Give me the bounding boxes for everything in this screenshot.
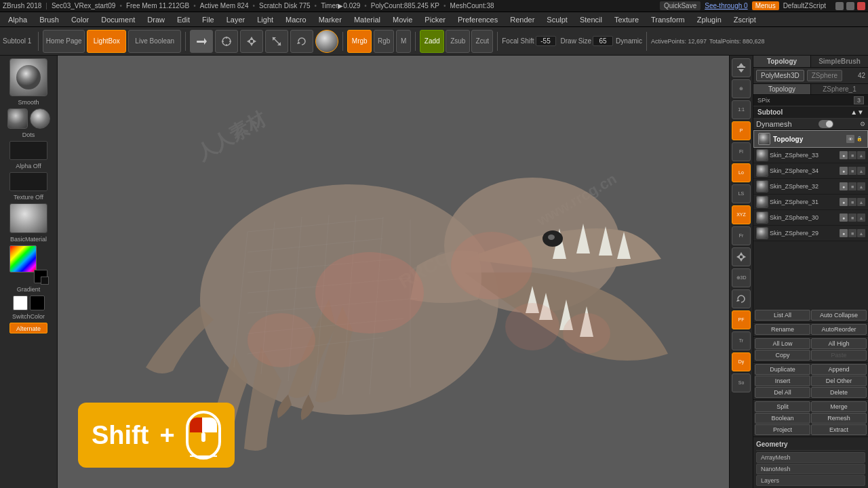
- color-swatch-2[interactable]: [30, 296, 45, 310]
- subtool-skin33[interactable]: Skin_ZSphere_33 ● ■ ▲: [753, 148, 868, 163]
- menu-preferences[interactable]: Preferences: [452, 14, 503, 25]
- si-eye-34[interactable]: ●: [840, 167, 848, 175]
- rename-btn[interactable]: Rename: [755, 324, 810, 335]
- zcut-btn[interactable]: Zcut: [471, 30, 493, 53]
- boolean-btn[interactable]: Boolean: [755, 413, 810, 424]
- si-2-31[interactable]: ■: [848, 198, 856, 206]
- insert-btn[interactable]: Insert: [755, 375, 810, 386]
- auto-reorder-btn[interactable]: AutoReorder: [811, 324, 867, 335]
- merge-btn[interactable]: Merge: [811, 401, 867, 412]
- window-controls[interactable]: [835, 2, 865, 10]
- topology-active-row[interactable]: Topology 👁 🔒: [753, 130, 868, 148]
- all-low-btn[interactable]: All Low: [755, 338, 810, 349]
- all-high-btn[interactable]: All High: [811, 338, 867, 349]
- si-2-30[interactable]: ■: [848, 214, 856, 222]
- rotate-tool[interactable]: [290, 30, 313, 53]
- si-eye-29[interactable]: ●: [840, 229, 848, 237]
- lightbox-tab[interactable]: LightBox: [87, 30, 126, 53]
- zadd-btn[interactable]: Zadd: [420, 30, 444, 53]
- focal-shift-val[interactable]: -55: [536, 36, 556, 46]
- list-all-btn[interactable]: List All: [755, 310, 810, 321]
- si-eye-31[interactable]: ●: [840, 198, 848, 206]
- menu-material[interactable]: Material: [349, 14, 386, 25]
- menu-brush[interactable]: Brush: [34, 14, 64, 25]
- zsub-btn[interactable]: Zsub: [446, 30, 470, 53]
- del-all-btn[interactable]: Del All: [755, 387, 810, 398]
- duplicate-btn[interactable]: Duplicate: [755, 364, 810, 375]
- si-3-30[interactable]: ▲: [857, 214, 865, 222]
- menu-zscript[interactable]: Zscript: [728, 14, 762, 25]
- home-tab[interactable]: Home Page: [43, 30, 85, 53]
- draw-size-val[interactable]: 65: [593, 36, 613, 46]
- spix-val[interactable]: 3: [854, 96, 864, 104]
- dynamesh-icons[interactable]: ⚙: [860, 121, 865, 127]
- si-3-33[interactable]: ▲: [857, 151, 865, 159]
- si-2-33[interactable]: ■: [848, 151, 856, 159]
- dynamic-label[interactable]: Dynamic: [616, 37, 642, 45]
- topology-subtab[interactable]: Topology: [753, 84, 811, 94]
- si-2-34[interactable]: ■: [848, 167, 856, 175]
- menu-zplugin[interactable]: Zplugin: [692, 14, 727, 25]
- menu-color[interactable]: Color: [66, 14, 94, 25]
- live-boolean-tab[interactable]: Live Boolean: [128, 30, 181, 53]
- subtool-skin29[interactable]: Skin_ZSphere_29 ● ■ ▲: [753, 226, 868, 241]
- color-swatch-1[interactable]: [13, 296, 28, 310]
- actual-btn[interactable]: 1:1: [732, 100, 751, 119]
- menu-light[interactable]: Light: [252, 14, 279, 25]
- copy-btn[interactable]: Copy: [755, 350, 810, 361]
- dynameshe-btn[interactable]: Dy: [732, 352, 751, 371]
- quicksave-btn[interactable]: QuickSave: [660, 1, 701, 10]
- auto-collapse-btn[interactable]: Auto Collapse: [811, 310, 867, 321]
- tab-topology[interactable]: Topology: [753, 56, 811, 67]
- active-brush[interactable]: [315, 30, 338, 53]
- menu-sculpt[interactable]: Sculpt: [541, 14, 573, 25]
- si-2-32[interactable]: ■: [848, 182, 856, 190]
- menu-document[interactable]: Document: [96, 14, 140, 25]
- menu-layer[interactable]: Layer: [221, 14, 251, 25]
- solo-btn[interactable]: So: [732, 373, 751, 392]
- si-3-34[interactable]: ▲: [857, 167, 865, 175]
- menu-picker[interactable]: Picker: [419, 14, 451, 25]
- lsym-btn[interactable]: LS: [732, 184, 751, 203]
- move-vp-btn[interactable]: [732, 247, 751, 266]
- subtool-skin34[interactable]: Skin_ZSphere_34 ● ■ ▲: [753, 163, 868, 179]
- menu-macro[interactable]: Macro: [280, 14, 312, 25]
- si-eye-32[interactable]: ●: [840, 182, 848, 190]
- si-3-29[interactable]: ▲: [857, 229, 865, 237]
- project-btn[interactable]: Project: [755, 424, 810, 435]
- si-eye-30[interactable]: ●: [840, 214, 848, 222]
- transp-btn[interactable]: Tr: [732, 331, 751, 350]
- zoom-btn[interactable]: ⊕: [732, 79, 751, 98]
- default-script-btn[interactable]: DefaultZScript: [783, 2, 826, 9]
- tab-simple-brush[interactable]: SimpleBrush: [811, 56, 868, 67]
- remesh-btn[interactable]: Remesh: [811, 413, 867, 424]
- xyz-btn[interactable]: XYZ: [732, 205, 751, 224]
- menu-file[interactable]: File: [197, 14, 220, 25]
- subtool-skin31[interactable]: Skin_ZSphere_31 ● ■ ▲: [753, 195, 868, 210]
- scale-tool[interactable]: [265, 30, 288, 53]
- topo-lock[interactable]: 🔒: [855, 135, 863, 143]
- small-brush-2[interactable]: [30, 108, 50, 129]
- si-3-32[interactable]: ▲: [857, 182, 865, 190]
- see-through-btn[interactable]: See-through 0: [705, 2, 747, 9]
- si-3-31[interactable]: ▲: [857, 198, 865, 206]
- si-2-29[interactable]: ■: [848, 229, 856, 237]
- local-btn[interactable]: Lo: [732, 163, 751, 182]
- move-tool[interactable]: [240, 30, 263, 53]
- menu-texture[interactable]: Texture: [609, 14, 644, 25]
- menu-draw[interactable]: Draw: [142, 14, 170, 25]
- alpha-thumb[interactable]: [9, 141, 47, 160]
- color-picker[interactable]: [9, 245, 47, 283]
- floor-btn[interactable]: Fl: [732, 142, 751, 161]
- menu-render[interactable]: Render: [505, 14, 540, 25]
- paste-btn[interactable]: Paste: [811, 350, 867, 361]
- zoom3d-btn[interactable]: ⊕3D: [732, 268, 751, 287]
- scroll-btn[interactable]: [732, 58, 751, 77]
- subtool-skin32[interactable]: Skin_ZSphere_32 ● ■ ▲: [753, 179, 868, 195]
- layers-btn[interactable]: Layers: [756, 475, 865, 486]
- menus-btn[interactable]: Menus: [752, 1, 779, 10]
- zsphere1-subtab[interactable]: ZSphere_1: [811, 84, 868, 94]
- menu-marker[interactable]: Marker: [313, 14, 347, 25]
- del-other-btn[interactable]: Del Other: [811, 375, 867, 386]
- si-eye-33[interactable]: ●: [840, 151, 848, 159]
